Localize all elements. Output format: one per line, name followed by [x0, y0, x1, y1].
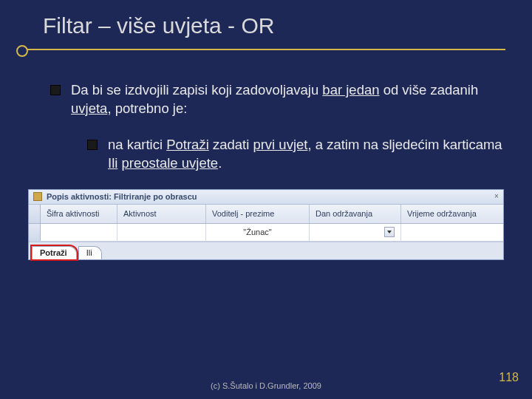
text: Da bi se izdvojili zapisi koji zadovolja… — [71, 82, 322, 98]
title-underline — [27, 49, 505, 50]
text: , potrebno je: — [107, 100, 187, 116]
bullet-1-text: Da bi se izdvojili zapisi koji zadovolja… — [71, 81, 502, 118]
col-header-sifra[interactable]: Šifra aktivnosti — [41, 205, 117, 223]
dropdown-button[interactable] — [384, 227, 395, 237]
text: Ili — [108, 155, 117, 171]
text: bar jedan — [322, 82, 379, 98]
text: zadati — [209, 137, 253, 152]
footer-copyright: (c) S.Šutalo i D.Grundler, 2009 — [0, 381, 532, 390]
window-titlebar: Popis aktivnosti: Filtriranje po obrascu — [29, 190, 503, 205]
window-title: Popis aktivnosti: Filtriranje po obrascu — [47, 192, 197, 201]
filter-cell-vrijeme[interactable] — [401, 224, 503, 241]
text: preostale uvjete — [122, 155, 219, 171]
close-icon[interactable]: × — [491, 191, 502, 202]
row-selector[interactable] — [29, 224, 41, 241]
filter-cell-sifra[interactable] — [41, 224, 117, 241]
text: od više zadanih — [380, 82, 479, 98]
bullet-2: na kartici Potraži zadati prvi uvjet, a … — [87, 136, 502, 173]
text: . — [218, 155, 222, 171]
tab-potrazi[interactable]: Potraži — [32, 246, 77, 259]
text: uvjeta — [71, 100, 107, 116]
slide-title: Filtar – više uvjeta - OR — [43, 13, 532, 38]
app-icon — [33, 192, 42, 201]
col-header-aktivnost[interactable]: Aktivnost — [117, 205, 206, 223]
bullet-square-icon — [87, 140, 98, 150]
col-header-dan[interactable]: Dan održavanja — [310, 205, 401, 223]
page-number: 118 — [499, 371, 519, 384]
text: na kartici — [108, 137, 166, 152]
filter-cell-dan[interactable] — [310, 224, 401, 241]
bullet-1: Da bi se izdvojili zapisi koji zadovolja… — [50, 81, 502, 118]
text: prvi uvjet — [253, 137, 307, 152]
embedded-screenshot: × Popis aktivnosti: Filtriranje po obras… — [28, 189, 504, 260]
tabs-strip: Potraži Ili — [29, 242, 503, 259]
chevron-down-icon — [387, 231, 392, 233]
row-selector[interactable] — [29, 205, 41, 223]
tab-ili[interactable]: Ili — [78, 246, 102, 259]
filter-cell-aktivnost[interactable] — [117, 224, 206, 241]
col-header-vrijeme[interactable]: Vrijeme održavanja — [401, 205, 503, 223]
filter-cell-voditelj[interactable]: "Žunac" — [206, 224, 310, 241]
text: Potraži — [166, 137, 209, 152]
text: , a zatim na sljedećim karticama — [307, 137, 502, 152]
table-header-row: Šifra aktivnosti Aktivnost Voditelj - pr… — [29, 205, 503, 224]
bullet-2-text: na kartici Potraži zadati prvi uvjet, a … — [108, 136, 502, 173]
bullet-square-icon — [50, 85, 61, 95]
col-header-voditelj[interactable]: Voditelj - prezime — [206, 205, 310, 223]
filter-row: "Žunac" — [29, 224, 503, 242]
